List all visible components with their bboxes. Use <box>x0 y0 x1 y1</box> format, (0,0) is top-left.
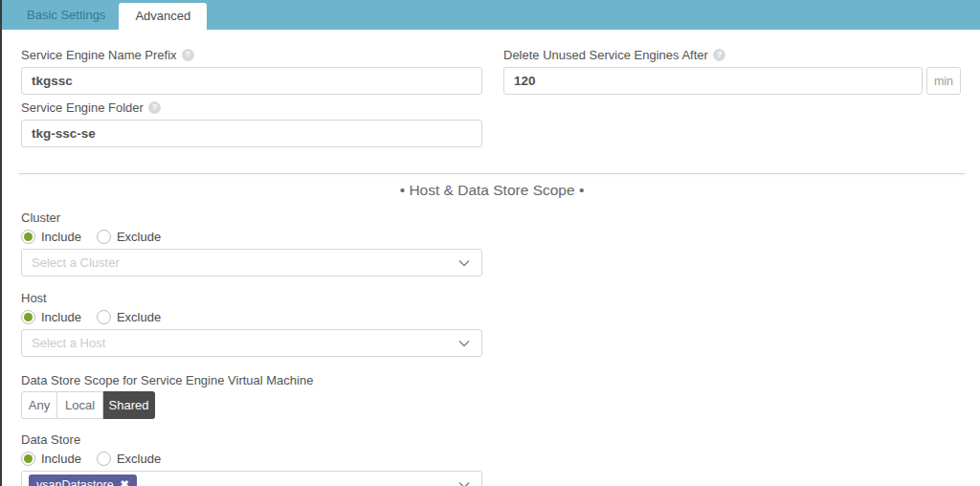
cluster-radio-row: Include Exclude <box>21 228 980 245</box>
data-store-multiselect[interactable]: vsanDatastore ✖ <box>21 471 482 486</box>
cluster-include-radio[interactable] <box>21 230 35 244</box>
delete-unused-label-text: Delete Unused Service Engines After <box>503 48 708 62</box>
form-content: Service Engine Name Prefix ? Delete Unus… <box>2 30 980 486</box>
cluster-exclude-label[interactable]: Exclude <box>117 230 161 244</box>
data-store-exclude-label[interactable]: Exclude <box>117 452 161 466</box>
se-name-prefix-label-text: Service Engine Name Prefix <box>21 48 177 62</box>
chevron-down-icon <box>457 477 472 486</box>
host-include-radio[interactable] <box>21 310 35 324</box>
selected-datastore-chip: vsanDatastore ✖ <box>29 475 137 486</box>
data-store-exclude-radio[interactable] <box>97 452 111 466</box>
field-se-folder: Service Engine Folder ? <box>21 99 482 147</box>
host-exclude-radio[interactable] <box>97 310 111 324</box>
delete-unused-label: Delete Unused Service Engines After ? <box>503 47 961 62</box>
cluster-group: Cluster Include Exclude Select a Cluster <box>21 210 980 276</box>
chevron-down-icon <box>457 336 472 351</box>
unit-min-label: min <box>926 67 961 95</box>
chip-remove-icon[interactable]: ✖ <box>121 479 129 486</box>
host-label: Host <box>21 291 980 306</box>
host-radio-row: Include Exclude <box>21 308 980 325</box>
chip-area: vsanDatastore ✖ <box>32 475 457 486</box>
cluster-select-placeholder: Select a Cluster <box>32 255 120 270</box>
host-select-placeholder: Select a Host <box>32 336 105 350</box>
delete-unused-input-row: min <box>503 67 961 95</box>
help-icon[interactable]: ? <box>182 49 194 61</box>
se-name-prefix-input[interactable] <box>21 67 482 95</box>
help-icon[interactable]: ? <box>148 101 161 114</box>
se-folder-label: Service Engine Folder ? <box>21 99 482 115</box>
chevron-down-icon <box>457 255 472 271</box>
section-title: • Host & Data Store Scope • <box>19 182 965 199</box>
ds-scope-button-group: Any Local Shared <box>21 391 980 419</box>
data-store-radio-row: Include Exclude <box>21 450 980 467</box>
delete-unused-input[interactable] <box>503 67 923 95</box>
field-se-name-prefix: Service Engine Name Prefix ? <box>21 47 482 95</box>
ds-scope-label: Data Store Scope for Service Engine Virt… <box>21 373 980 388</box>
cluster-select[interactable]: Select a Cluster <box>21 249 482 276</box>
field-delete-unused: Delete Unused Service Engines After ? mi… <box>503 47 961 95</box>
cluster-exclude-radio[interactable] <box>97 230 111 244</box>
se-folder-input[interactable] <box>21 120 482 147</box>
ds-scope-local-button[interactable]: Local <box>57 391 103 419</box>
data-store-include-radio[interactable] <box>21 452 35 466</box>
tab-basic-settings[interactable]: Basic Settings <box>13 0 119 30</box>
host-select[interactable]: Select a Host <box>21 329 482 357</box>
host-group: Host Include Exclude Select a Host <box>21 291 980 357</box>
ds-scope-any-button[interactable]: Any <box>21 391 57 419</box>
data-store-label: Data Store <box>21 432 980 448</box>
chip-label: vsanDatastore <box>36 478 114 486</box>
ds-scope-shared-button[interactable]: Shared <box>103 391 155 419</box>
section-divider <box>19 173 965 174</box>
cluster-include-label[interactable]: Include <box>41 230 81 244</box>
se-group-advanced-panel: Basic Settings Advanced Service Engine N… <box>0 0 980 486</box>
tab-advanced[interactable]: Advanced <box>119 3 207 30</box>
host-include-label[interactable]: Include <box>41 310 81 324</box>
help-icon[interactable]: ? <box>713 49 725 61</box>
se-folder-label-text: Service Engine Folder <box>21 100 144 115</box>
se-name-prefix-label: Service Engine Name Prefix ? <box>21 47 482 62</box>
host-exclude-label[interactable]: Exclude <box>117 310 161 324</box>
form-row-1: Service Engine Name Prefix ? Delete Unus… <box>21 47 980 95</box>
ds-scope-group: Data Store Scope for Service Engine Virt… <box>21 373 980 419</box>
data-store-include-label[interactable]: Include <box>41 452 81 466</box>
tab-bar: Basic Settings Advanced <box>2 0 980 30</box>
data-store-group: Data Store Include Exclude vsanDatastore… <box>21 432 980 486</box>
cluster-label: Cluster <box>21 210 980 226</box>
